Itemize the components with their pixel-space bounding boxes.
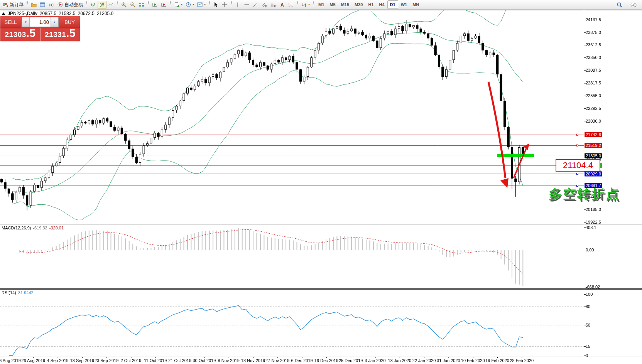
chart-symbol-period: JPN225-,Daily [8,11,37,16]
timeframe-h4-button[interactable]: H4 [377,0,387,9]
chart-ohlc: 20857.5 21582.5 20672.5 21305.0 [40,11,114,16]
price-tick-label: 23350.0 [586,55,601,60]
zoom-out-icon [130,2,136,8]
vertical-line-button[interactable] [233,1,242,9]
buy-price-main: 21331 [45,30,66,39]
volume-decrease-button[interactable]: ▼ [22,17,30,27]
line-chart-button[interactable] [106,1,115,9]
candlestick-button[interactable] [98,1,106,9]
cursor-button[interactable] [211,1,220,9]
date-label: 19 Feb 2020 [485,358,509,363]
date-label: 16 Dec 2019 [314,358,338,363]
new-order-button[interactable]: 新订单 [1,1,25,9]
turning-point-annotation: 多空转折点 [549,185,620,203]
horizontal-line-button[interactable] [242,1,251,9]
autotrading-button[interactable]: 自动交易 [56,1,84,9]
zoom-in-icon [121,2,127,8]
timeframe-w1-button[interactable]: W1 [398,0,410,9]
arrows-button[interactable]: ▾ [300,1,311,9]
rsi-indicator-label: RSI(14) 31.9442 [2,290,34,295]
autotrading-icon [57,2,63,8]
price-tick-label: 22817.5 [586,81,601,85]
date-label: 4 Sep 2019 [47,358,68,363]
text-label-button[interactable]: T [287,1,296,9]
rsi-value: 31.9442 [18,290,34,295]
timeframe-m15-button[interactable]: M15 [338,0,352,9]
timeframe-m30-button[interactable]: M30 [352,0,365,9]
ohlc-low: 20672.5 [78,11,94,16]
date-label: 18 Nov 2019 [241,358,265,363]
date-label: 21 Oct 2019 [168,358,191,363]
sell-price[interactable]: 21303 .5 [0,28,41,41]
one-click-trading-panel: SELL ▼ ▲ BUY 21303 .5 21331 .5 [0,16,80,41]
image-icon [197,2,203,8]
price-level-flag[interactable]: 21519.2 [585,143,602,148]
price-level-flag[interactable]: 21742.6 [585,132,602,137]
chart-properties-button[interactable]: ▾ [196,1,207,9]
charts-folder-button[interactable] [29,1,38,9]
toolbar: 新订单自动交易▾▾▾EFAT▾M1M5M15M30H1H4D1W1MN [0,0,642,10]
price-level-flag[interactable]: 20929.0 [585,171,602,176]
toolbar-right-group [615,0,639,10]
templates-button[interactable]: ▾ [172,1,184,9]
shift-end-button[interactable] [150,1,159,9]
signal-icon [49,2,54,8]
crosshair-button[interactable] [220,1,229,9]
zoom-out-button[interactable] [128,1,137,9]
svg-text:A: A [280,2,284,8]
equidistant-channel-button[interactable]: E [260,1,269,9]
date-label: 16 Aug 2019 [0,358,21,363]
bar-chart-button[interactable] [89,1,98,9]
zoom-in-button[interactable] [120,1,128,9]
fibonacci-button[interactable]: F [269,1,278,9]
text-button[interactable]: A [278,1,287,9]
sell-price-frac: .5 [26,28,35,38]
new-order-button-label: 新订单 [10,2,24,8]
template-icon [174,2,180,8]
sell-button[interactable]: SELL [0,16,21,28]
ohlc-high: 21582.5 [59,11,75,16]
panel-collapse-icon[interactable] [2,12,5,15]
toolbar-separator [297,1,298,8]
macd-main-value: -619.33 [33,226,47,230]
periods-button[interactable]: ▾ [184,1,196,9]
arrows-icon [301,2,307,8]
price-tick-label: 23612.5 [586,42,601,47]
volume-increase-button[interactable]: ▲ [51,17,58,27]
volume-input[interactable] [30,17,51,27]
timeframe-m5-button[interactable]: M5 [327,0,338,9]
signals-button[interactable] [47,1,56,9]
rsi-axis-label: 100 [586,292,593,297]
price-level-flag[interactable]: 21305.0 [585,153,602,158]
price-tick-label: 22555.0 [586,93,601,98]
profiles-button[interactable] [38,1,47,9]
toolbar-separator [27,1,28,8]
timeframe-d1-button[interactable]: D1 [387,0,398,9]
crosshair-icon [222,2,228,8]
date-label: 13 Sep 2019 [70,358,94,363]
chart-canvas[interactable] [0,0,642,364]
timeframe-mn-button[interactable]: MN [410,0,422,9]
chat-button[interactable] [629,1,639,9]
date-label: 22 Jan 2020 [412,358,436,363]
buy-price[interactable]: 21331 .5 [41,28,80,41]
search-button[interactable] [615,1,624,9]
tile-windows-button[interactable] [137,1,146,9]
toolbar-separator [209,1,210,8]
clock-icon [186,2,191,8]
trendline-button[interactable] [251,1,260,9]
timeframe-h1-button[interactable]: H1 [365,0,376,9]
price-tick-label: 23875.0 [586,30,601,35]
timeframe-m1-button[interactable]: M1 [316,0,327,9]
date-label: 30 Oct 2019 [193,358,216,363]
macd-name: MACD(12,26,9) [2,226,31,230]
auto-scroll-button[interactable] [159,1,168,9]
date-label: 28 Feb 2020 [510,358,534,363]
date-label: 6 Dec 2019 [291,358,313,363]
date-label: 2 Oct 2019 [121,358,142,363]
support-price-callout[interactable]: 21104.4 [556,159,600,172]
date-label: 31 Jan 2020 [437,358,460,363]
chevron-down-icon: ▾ [181,3,182,6]
buy-button[interactable]: BUY [59,16,80,28]
shift-icon [152,2,158,8]
